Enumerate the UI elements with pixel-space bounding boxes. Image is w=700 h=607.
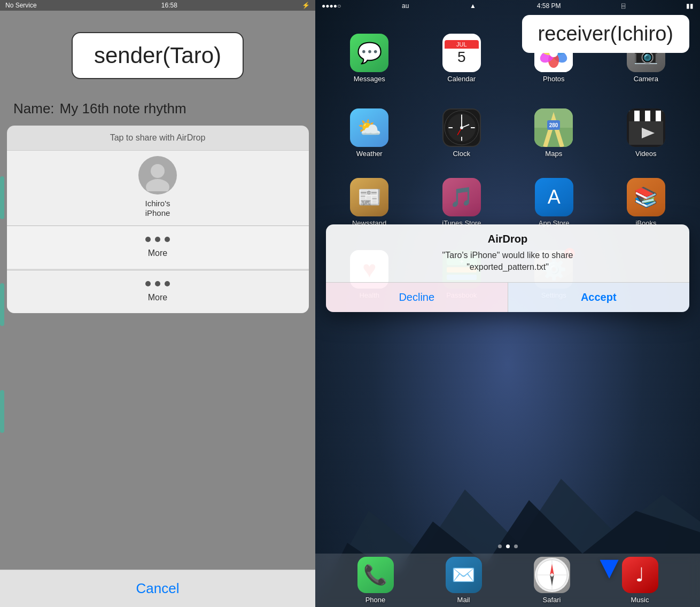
appstore-icon: A (535, 178, 573, 216)
photos-label: Photos (543, 75, 564, 83)
right-panel: ●●●●○ au ▲ 4:58 PM ⌸ ▮▮ receiver(Ichiro)… (315, 0, 700, 607)
app-item-clock[interactable]: Clock (442, 108, 481, 158)
newsstand-icon: 📰 (350, 178, 388, 216)
carrier-right: au (402, 2, 409, 10)
mail-icon: ✉️ (446, 557, 482, 593)
videos-label: Videos (635, 150, 657, 158)
signal-dots: ●●●●○ (322, 2, 341, 10)
cancel-bar: Cancel (0, 570, 315, 607)
left-panel: No Service 16:58 ⚡ sender(Taro) Name: My… (0, 0, 315, 607)
phone-label: Phone (365, 596, 386, 604)
maps-label: Maps (545, 150, 562, 158)
side-bar-3 (0, 390, 4, 433)
airdrop-contact-item[interactable]: Ichiro's iPhone (7, 150, 309, 225)
dot (155, 281, 160, 286)
app-row-3: 📰 Newsstand 🎵 iTunes Store A App Store 📚… (315, 174, 700, 231)
status-bar-left: No Service 16:58 ⚡ (0, 0, 315, 11)
more-section-1[interactable]: More (7, 225, 309, 269)
svg-point-21 (460, 126, 463, 129)
svg-rect-31 (650, 111, 656, 121)
side-bar-2 (0, 283, 4, 326)
dock: 📞 Phone ✉️ Mail Safari (315, 554, 700, 607)
sender-label: sender(Taro) (72, 32, 244, 79)
battery-right: ▮▮ (686, 2, 694, 10)
safari-label: Safari (543, 596, 561, 604)
mail-label: Mail (457, 596, 470, 604)
messages-icon: 💬 (350, 34, 388, 72)
time-left: 16:58 (161, 2, 177, 9)
messages-label: Messages (354, 75, 385, 83)
dot (165, 237, 170, 242)
airdrop-dialog: AirDrop "Taro's iPhone" would like to sh… (326, 224, 689, 312)
dot (155, 237, 160, 242)
dock-item-music[interactable]: ♩ Music (622, 557, 658, 604)
dialog-buttons: Decline Accept (326, 282, 689, 312)
music-icon: ♩ (622, 557, 658, 593)
weather-label: Weather (356, 150, 383, 158)
app-item-itunes[interactable]: 🎵 iTunes Store (442, 178, 481, 227)
airdrop-tap-label: Tap to share with AirDrop (7, 133, 309, 143)
weather-icon: ⛅ (350, 108, 388, 147)
safari-icon (534, 557, 570, 593)
maps-icon: 280 (534, 108, 573, 147)
dot (145, 281, 151, 286)
more-label-2: More (148, 293, 167, 302)
more-dots-2 (145, 281, 170, 286)
phone-icon: 📞 (357, 557, 394, 593)
avatar (138, 156, 177, 194)
dot (165, 281, 170, 286)
app-item-appstore[interactable]: A App Store (535, 178, 573, 227)
itunes-icon: 🎵 (442, 178, 481, 216)
dock-item-phone[interactable]: 📞 Phone (357, 557, 394, 604)
dock-item-safari[interactable]: Safari (534, 557, 570, 604)
svg-rect-29 (629, 111, 634, 121)
calendar-icon: JUL 5 (442, 34, 481, 72)
cancel-button[interactable]: Cancel (136, 580, 180, 597)
name-row: Name: My 16th note rhythm (13, 100, 302, 117)
app-item-weather[interactable]: ⛅ Weather (350, 108, 388, 158)
camera-label: Camera (634, 75, 658, 83)
svg-rect-23 (534, 128, 573, 147)
airdrop-dialog-title: AirDrop (326, 224, 689, 247)
accept-button[interactable]: Accept (508, 283, 690, 312)
music-label: Music (631, 596, 649, 604)
airdrop-section: Tap to share with AirDrop Ichiro's iPhon… (7, 126, 309, 225)
name-label: Name: (13, 100, 55, 117)
clock-icon (442, 108, 481, 147)
svg-point-1 (146, 179, 169, 191)
page-dot-1 (498, 544, 502, 548)
page-dot-2 (506, 544, 510, 548)
more-label-1: More (148, 248, 167, 258)
clock-label: Clock (453, 150, 470, 158)
battery-left: ⚡ (302, 2, 310, 9)
time-right: 4:58 PM (537, 2, 561, 10)
airdrop-dialog-body: "Taro's iPhone" would like to share "exp… (326, 247, 689, 282)
side-bar-1 (0, 176, 4, 219)
videos-icon (627, 108, 665, 147)
app-item-messages[interactable]: 💬 Messages (350, 34, 388, 83)
more-section-2[interactable]: More (7, 270, 309, 313)
page-dots (315, 544, 700, 548)
bluetooth-icon: ⌸ (621, 2, 625, 10)
dot (145, 237, 151, 242)
svg-rect-32 (661, 111, 663, 121)
app-item-newsstand[interactable]: 📰 Newsstand (350, 178, 388, 227)
app-item-calendar[interactable]: JUL 5 Calendar (442, 34, 481, 83)
carrier-left: No Service (5, 2, 37, 9)
page-dot-3 (514, 544, 518, 548)
dock-item-mail[interactable]: ✉️ Mail (446, 557, 482, 604)
accept-arrow-icon: ▼ (594, 549, 625, 586)
app-row-2: ⛅ Weather (315, 104, 700, 162)
app-item-ibooks[interactable]: 📚 iBooks (627, 178, 665, 227)
decline-button[interactable]: Decline (326, 283, 508, 312)
app-item-maps[interactable]: 280 Maps (534, 108, 573, 158)
svg-text:280: 280 (549, 122, 558, 128)
avatar-silhouette-icon (142, 159, 174, 191)
status-bar-right: ●●●●○ au ▲ 4:58 PM ⌸ ▮▮ (315, 0, 700, 12)
name-value: My 16th note rhythm (60, 100, 186, 117)
svg-point-0 (151, 164, 165, 178)
app-item-videos[interactable]: Videos (627, 108, 665, 158)
calendar-label: Calendar (447, 75, 476, 83)
ibooks-icon: 📚 (627, 178, 665, 216)
wifi-icon: ▲ (470, 2, 476, 10)
